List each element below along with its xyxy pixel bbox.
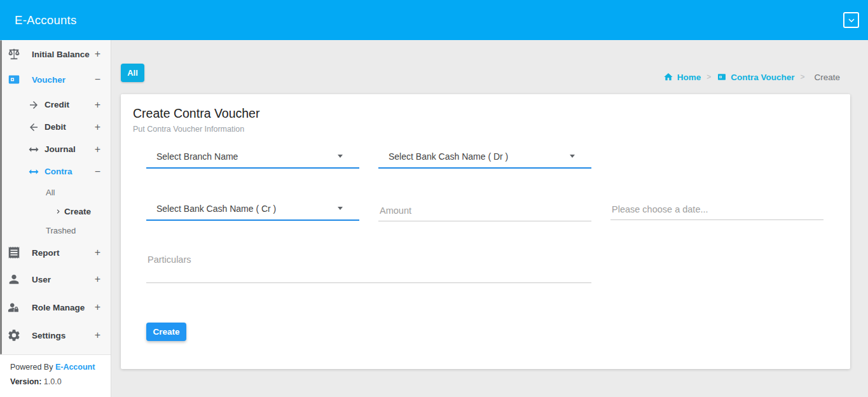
sidebar-item-label: Create bbox=[64, 207, 91, 216]
receipt-icon bbox=[7, 246, 21, 260]
breadcrumb: Home > Contra Voucher > Create bbox=[663, 69, 840, 85]
sidebar-footer: Powered By E-Account Version: 1.0.0 bbox=[0, 354, 111, 397]
sidebar-item-role-manage[interactable]: Role Manage + bbox=[0, 293, 111, 321]
card-subtitle: Put Contra Voucher Information bbox=[133, 125, 244, 134]
create-contra-voucher-card: Create Contra Voucher Put Contra Voucher… bbox=[121, 94, 850, 369]
field-underline bbox=[146, 219, 359, 221]
date-input[interactable] bbox=[610, 204, 823, 220]
sidebar-item-label: Journal bbox=[45, 144, 76, 154]
sidebar-item-contra-create[interactable]: Create bbox=[0, 202, 111, 221]
expand-plus-icon[interactable]: + bbox=[95, 48, 100, 60]
sidebar-item-initial-balance[interactable]: Initial Balance + bbox=[0, 43, 111, 66]
brand-link[interactable]: E-Account bbox=[55, 363, 95, 372]
sidebar-item-label: Trashed bbox=[46, 226, 76, 235]
breadcrumb-contra-voucher-label: Contra Voucher bbox=[731, 73, 794, 82]
home-icon bbox=[663, 72, 673, 82]
card-title: Create Contra Voucher bbox=[133, 106, 259, 121]
sidebar-item-report[interactable]: Report + bbox=[0, 240, 111, 265]
arrow-left-icon bbox=[28, 122, 39, 133]
expand-plus-icon[interactable]: + bbox=[95, 144, 100, 155]
create-button[interactable]: Create bbox=[146, 323, 186, 341]
particulars-textarea[interactable] bbox=[146, 254, 591, 283]
sidebar: Initial Balance + Voucher − Credit + Deb… bbox=[0, 40, 111, 397]
date-field-wrap bbox=[610, 204, 823, 220]
expand-plus-icon[interactable]: + bbox=[95, 247, 100, 258]
dropdown-caret-icon bbox=[570, 155, 575, 158]
sidebar-item-label: Initial Balance bbox=[32, 50, 90, 59]
app-title: E-Accounts bbox=[15, 13, 77, 27]
gear-icon bbox=[7, 328, 21, 342]
sidebar-item-settings[interactable]: Settings + bbox=[0, 321, 111, 349]
person-icon bbox=[7, 272, 21, 286]
dropdown-caret-icon bbox=[338, 155, 343, 158]
voucher-icon bbox=[7, 73, 21, 87]
sidebar-item-label: Voucher bbox=[32, 75, 65, 85]
breadcrumb-create-label: Create bbox=[814, 73, 840, 82]
sidebar-item-label: User bbox=[32, 275, 51, 284]
all-button[interactable]: All bbox=[121, 64, 144, 82]
arrow-both-icon bbox=[28, 144, 39, 155]
branch-name-select-value: Select Branch Name bbox=[146, 151, 359, 162]
sidebar-item-label: All bbox=[46, 188, 55, 197]
app-header: E-Accounts bbox=[0, 0, 868, 40]
sidebar-item-contra-trashed[interactable]: Trashed bbox=[0, 221, 111, 240]
collapse-minus-icon[interactable]: − bbox=[95, 74, 100, 85]
sidebar-item-label: Credit bbox=[45, 100, 69, 109]
sidebar-item-label: Role Manage bbox=[32, 303, 85, 312]
sidebar-item-label: Contra bbox=[45, 167, 72, 176]
voucher-icon bbox=[717, 72, 727, 82]
field-underline bbox=[378, 167, 591, 169]
powered-by-label: Powered By bbox=[10, 363, 53, 372]
sidebar-item-label: Settings bbox=[32, 331, 65, 340]
breadcrumb-separator: > bbox=[800, 73, 804, 81]
sidebar-item-user[interactable]: User + bbox=[0, 265, 111, 293]
version-value: 1.0.0 bbox=[44, 377, 62, 386]
expand-plus-icon[interactable]: + bbox=[95, 274, 100, 285]
balance-scale-icon bbox=[7, 47, 21, 61]
main-content: All Home > Contra Voucher > Create Creat… bbox=[111, 40, 868, 397]
breadcrumb-separator: > bbox=[706, 73, 711, 81]
breadcrumb-home-label: Home bbox=[677, 73, 701, 82]
sidebar-item-journal[interactable]: Journal + bbox=[0, 138, 111, 160]
breadcrumb-contra-voucher-link[interactable]: Contra Voucher bbox=[717, 72, 794, 82]
particulars-field-wrap bbox=[146, 254, 591, 286]
expand-plus-icon[interactable]: + bbox=[95, 122, 100, 133]
breadcrumb-create-current: Create bbox=[810, 73, 840, 82]
bank-cash-cr-select[interactable]: Select Bank Cash Name ( Cr ) bbox=[146, 204, 359, 221]
chevron-down-icon bbox=[846, 15, 857, 26]
bank-cash-cr-select-value: Select Bank Cash Name ( Cr ) bbox=[146, 204, 359, 214]
bank-cash-dr-select[interactable]: Select Bank Cash Name ( Dr ) bbox=[378, 151, 591, 169]
expand-plus-icon[interactable]: + bbox=[95, 330, 100, 341]
sidebar-item-contra[interactable]: Contra − bbox=[0, 160, 111, 183]
expand-plus-icon[interactable]: + bbox=[95, 99, 100, 111]
sidebar-menu: Initial Balance + Voucher − Credit + Deb… bbox=[0, 40, 111, 349]
bank-cash-dr-select-value: Select Bank Cash Name ( Dr ) bbox=[378, 151, 591, 162]
expand-plus-icon[interactable]: + bbox=[95, 302, 100, 313]
person-lock-icon bbox=[7, 300, 21, 314]
arrow-both-icon bbox=[28, 166, 39, 178]
sidebar-item-debit[interactable]: Debit + bbox=[0, 116, 111, 138]
chevron-right-icon bbox=[54, 207, 62, 216]
header-dropdown-button[interactable] bbox=[843, 12, 859, 28]
sidebar-item-voucher[interactable]: Voucher − bbox=[0, 66, 111, 94]
arrow-right-icon bbox=[28, 99, 39, 111]
version-label: Version: bbox=[10, 377, 41, 386]
sidebar-item-contra-all[interactable]: All bbox=[0, 183, 111, 202]
collapse-minus-icon[interactable]: − bbox=[95, 166, 100, 178]
amount-field-wrap bbox=[378, 205, 591, 221]
sidebar-item-label: Report bbox=[32, 248, 60, 258]
breadcrumb-home-link[interactable]: Home bbox=[663, 72, 701, 82]
field-underline bbox=[146, 167, 359, 169]
sidebar-item-credit[interactable]: Credit + bbox=[0, 94, 111, 116]
sidebar-item-label: Debit bbox=[45, 122, 66, 132]
branch-name-select[interactable]: Select Branch Name bbox=[146, 151, 359, 169]
dropdown-caret-icon bbox=[338, 207, 343, 210]
amount-input[interactable] bbox=[378, 205, 591, 221]
